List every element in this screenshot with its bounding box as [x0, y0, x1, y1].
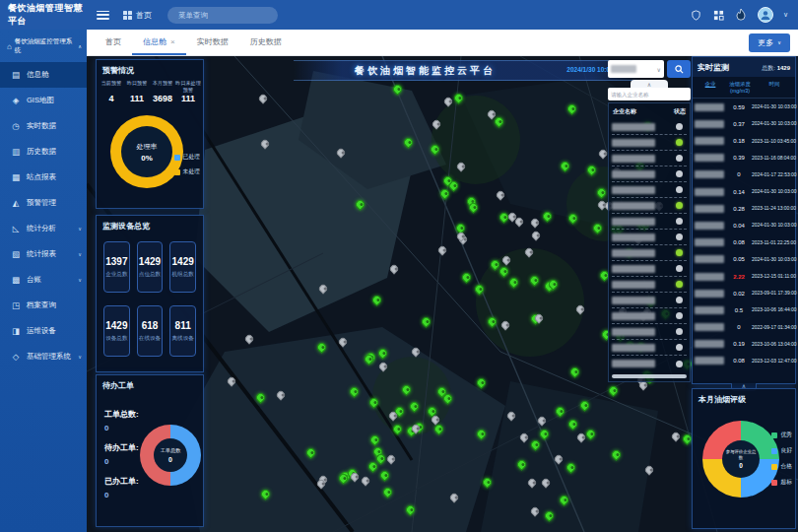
sidebar-item-site-report[interactable]: ▦站点报表: [0, 165, 87, 190]
list-item[interactable]: [612, 151, 687, 166]
tab-实时数据[interactable]: 实时数据: [186, 30, 239, 55]
company-name-redacted: [695, 273, 724, 281]
list-item[interactable]: [612, 198, 687, 214]
table-row[interactable]: 0.022023-09-01 17:39:00: [693, 285, 795, 301]
table-row[interactable]: 0.52023-10-06 16:44:00: [693, 301, 795, 318]
status-col-header: 状态: [674, 107, 686, 116]
chevron-down-icon[interactable]: ∨: [783, 11, 788, 19]
list-item[interactable]: [612, 230, 687, 245]
list-item[interactable]: [612, 119, 687, 135]
company-name-redacted: [612, 360, 655, 367]
sidebar-item-label: 信息舱: [27, 70, 49, 80]
flame-icon[interactable]: [735, 9, 748, 22]
reading-time: 2023-09-01 17:39:00: [752, 291, 795, 296]
collapse-toggle[interactable]: ∧: [631, 80, 668, 88]
table-row[interactable]: 0.082023-12-03 12:47:00: [693, 353, 795, 369]
sidebar-item-warning-manage[interactable]: ◭预警管理: [0, 190, 87, 216]
list-item[interactable]: [612, 340, 687, 356]
table-row[interactable]: 0.082023-11-01 22:25:00: [693, 234, 795, 251]
status-dot-online: [676, 281, 683, 288]
table-row[interactable]: 2.222023-12-15 01:11:00: [693, 268, 795, 285]
order-stat-value: 0: [104, 457, 139, 466]
sidebar-item-device-ops[interactable]: ◨运维设备: [0, 318, 87, 344]
list-item[interactable]: [612, 214, 687, 230]
density-value: 0: [726, 171, 752, 177]
table-row[interactable]: 0.042024-01-30 10:03:00: [693, 217, 795, 233]
list-item[interactable]: [612, 135, 687, 151]
company-name-redacted: [612, 170, 655, 178]
list-item[interactable]: [612, 356, 687, 371]
chevron-down-icon: ∨: [777, 39, 781, 45]
table-row[interactable]: 0.392023-11-16 08:04:00: [693, 150, 795, 166]
sidebar-item-realtime-data[interactable]: ◷实时数据: [0, 113, 87, 139]
list-item[interactable]: [612, 166, 687, 182]
menu-search-box[interactable]: [167, 7, 278, 24]
sidebar-item-gis-map[interactable]: ◈GIS地图: [0, 88, 87, 113]
user-avatar[interactable]: [758, 7, 773, 23]
company-name-input[interactable]: [611, 92, 688, 98]
rating-donut-chart: 参与评价企业总数 0: [702, 421, 779, 498]
sidebar-item-label: 统计分析: [27, 224, 56, 233]
company-name-redacted: [612, 186, 655, 194]
table-row[interactable]: 0.052024-01-30 10:03:00: [693, 251, 795, 268]
table-row[interactable]: 0.592024-01-30 10:03:00: [693, 99, 795, 115]
breadcrumb-home[interactable]: 首页: [123, 10, 152, 21]
app-window: 餐饮油烟管理智慧平台 首页 ∨ ⌂: [0, 0, 798, 532]
table-row[interactable]: 0.282023-11-24 13:00:00: [693, 200, 795, 217]
density-value: 0.08: [726, 358, 752, 364]
table-row[interactable]: 0.142024-01-30 10:03:00: [693, 183, 795, 200]
sidebar-item-label: 实时数据: [27, 121, 56, 131]
company-name-redacted: [695, 154, 724, 162]
status-dot-offline: [676, 155, 683, 162]
menu-search-input[interactable]: [178, 11, 274, 20]
list-item[interactable]: [612, 245, 687, 261]
reading-time: 2022-09-17 01:34:00: [752, 325, 795, 330]
company-list-scrollbar[interactable]: [612, 374, 687, 378]
company-name-redacted: [695, 255, 724, 263]
list-item[interactable]: [612, 324, 687, 340]
selected-value-redacted: [611, 65, 636, 73]
status-dot-offline: [676, 123, 683, 130]
list-item[interactable]: [612, 293, 687, 308]
list-item[interactable]: [612, 261, 687, 277]
more-button[interactable]: 更多 ∨: [749, 33, 790, 52]
tab-历史数据[interactable]: 历史数据: [239, 30, 293, 55]
sidebar-item-history-data[interactable]: ▥历史数据: [0, 139, 87, 165]
tab-信息舱[interactable]: 信息舱×: [132, 30, 186, 55]
company-name-redacted: [612, 218, 655, 226]
density-value: 0.19: [726, 341, 752, 347]
status-dot-online: [676, 202, 683, 209]
sidebar-group-header[interactable]: ⌂ 餐饮油烟监控管理系统 ∧: [0, 30, 87, 62]
list-item[interactable]: [612, 182, 687, 198]
sidebar-item-stat-analysis[interactable]: ◺统计分析∨: [0, 216, 87, 241]
sidebar-item-dashboard[interactable]: ▤信息舱: [0, 62, 87, 88]
more-button-label: 更多: [758, 37, 773, 48]
map-canvas[interactable]: 餐饮油烟智能监控云平台 2024/1/30 10:03 星期二 预警情况 当前预…: [87, 56, 798, 532]
sidebar-item-archive-query[interactable]: ◳档案查询: [0, 293, 87, 318]
grid-icon: [123, 11, 132, 20]
device-ops-icon: ◨: [11, 326, 21, 336]
table-row[interactable]: 02022-09-17 01:34:00: [693, 318, 795, 335]
company-filter-select[interactable]: ∨: [608, 60, 664, 78]
company-name-search[interactable]: [608, 88, 691, 100]
legend-item: 合格: [771, 462, 792, 471]
company-name-redacted: [612, 123, 655, 131]
sidebar-item-base-system[interactable]: ◇基础管理系统∨: [0, 344, 87, 369]
list-item[interactable]: [612, 277, 687, 293]
warning-stats: 当前预警4昨日预警111本月预警3698昨日未处理预警111: [97, 79, 203, 103]
chevron-down-icon: ∨: [78, 226, 82, 232]
table-row[interactable]: 0.182023-11-10 03:45:00: [693, 132, 795, 149]
table-row[interactable]: 0.372024-01-30 10:03:00: [693, 115, 795, 132]
apps-grid-icon[interactable]: [712, 9, 725, 22]
shield-icon[interactable]: [690, 9, 702, 22]
company-search-button[interactable]: [667, 60, 691, 78]
hamburger-menu-icon[interactable]: [97, 11, 109, 20]
sidebar-item-ledger[interactable]: ▩台账∨: [0, 267, 87, 293]
list-item[interactable]: [612, 308, 687, 324]
table-row[interactable]: 0.192023-10-06 13:04:00: [693, 336, 795, 353]
tab-首页[interactable]: 首页: [95, 30, 132, 55]
table-row[interactable]: 02024-01-17 22:53:00: [693, 166, 795, 183]
sidebar-item-stat-report[interactable]: ▧统计报表∨: [0, 241, 87, 267]
sidebar-menu: ▤信息舱◈GIS地图◷实时数据▥历史数据▦站点报表◭预警管理◺统计分析∨▧统计报…: [0, 62, 87, 369]
close-icon[interactable]: ×: [170, 37, 175, 46]
